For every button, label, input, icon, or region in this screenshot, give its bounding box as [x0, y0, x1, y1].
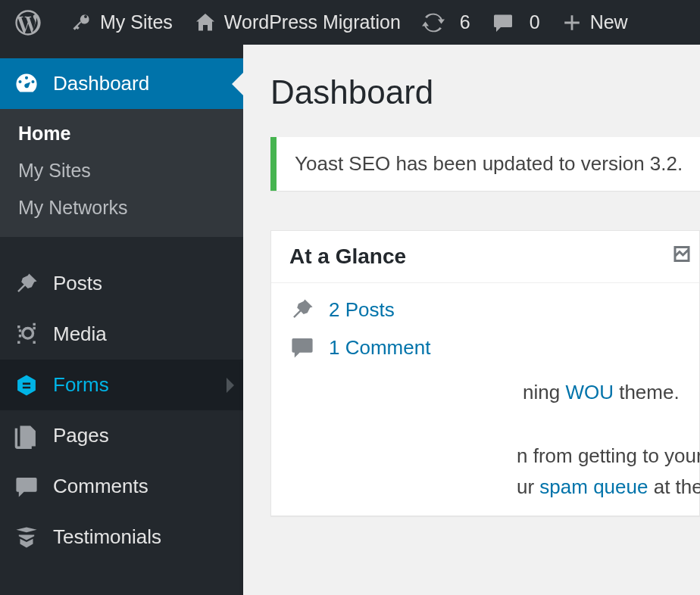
glance-posts-link[interactable]: 2 Posts: [329, 298, 395, 322]
pages-icon: [14, 423, 39, 449]
toolbar-new[interactable]: New: [551, 0, 639, 45]
sidebar-sub-my-networks[interactable]: My Networks: [0, 189, 243, 226]
media-icon: [14, 322, 39, 347]
sidebar-item-media[interactable]: Media: [0, 309, 243, 360]
admin-sidebar: Dashboard Home My Sites My Networks Post…: [0, 45, 243, 595]
update-notice: Yoast SEO has been updated to version 3.…: [270, 137, 700, 191]
dashboard-icon: [14, 71, 39, 97]
sidebar-item-label: Dashboard: [53, 72, 149, 95]
comments-icon: [14, 474, 39, 500]
panel-title: At a Glance: [289, 245, 406, 268]
sidebar-item-label: Posts: [53, 272, 102, 295]
sidebar-item-dashboard[interactable]: Dashboard: [0, 58, 243, 109]
forms-icon: [14, 372, 39, 398]
page-title: Dashboard: [270, 73, 700, 111]
comment-icon: [492, 11, 514, 34]
toolbar-new-label: New: [590, 11, 628, 33]
sidebar-item-label: Testimonials: [53, 525, 161, 549]
sidebar-sub-home[interactable]: Home: [0, 115, 243, 152]
text-fragment: n from getting to your bl: [517, 444, 700, 467]
sidebar-item-testimonials[interactable]: Testimonials: [0, 512, 243, 562]
wordpress-icon: [15, 10, 41, 36]
sidebar-sub-my-sites[interactable]: My Sites: [0, 152, 243, 189]
admin-toolbar: My Sites WordPress Migration 6 0 New: [0, 0, 700, 45]
theme-link[interactable]: WOU: [565, 381, 614, 403]
sidebar-item-forms[interactable]: Forms Forms New Form Entries Settings Im…: [0, 360, 243, 410]
toolbar-comments-count: 0: [530, 11, 540, 33]
spam-queue-link[interactable]: spam queue: [539, 475, 648, 498]
panel-heading[interactable]: At a Glance: [271, 231, 699, 283]
text-fragment: ur: [517, 475, 539, 498]
panel-toggle-icon: [670, 243, 693, 266]
toolbar-my-sites-label: My Sites: [100, 11, 173, 33]
at-a-glance-panel: At a Glance 2 Posts 1 Comment ning WOU t…: [270, 230, 700, 516]
glance-posts-row: 2 Posts: [289, 297, 681, 322]
admin-key-icon: [70, 11, 92, 34]
text-fragment: ning: [523, 381, 565, 403]
glance-comments-link[interactable]: 1 Comment: [329, 336, 430, 360]
panel-body: 2 Posts 1 Comment ning WOU theme. n from…: [271, 283, 699, 516]
text-fragment: theme.: [614, 381, 680, 403]
theme-line: ning WOU theme.: [523, 377, 681, 407]
sidebar-dashboard-submenu: Home My Sites My Networks: [0, 109, 243, 237]
glance-comments-row: 1 Comment: [289, 335, 681, 360]
toolbar-site-name-label: WordPress Migration: [224, 11, 401, 33]
spam-line: n from getting to your bl ur spam queue …: [517, 441, 681, 502]
notice-text: Yoast SEO has been updated to version 3.…: [295, 152, 683, 175]
sidebar-item-label: Pages: [53, 424, 109, 447]
toolbar-updates-count: 6: [460, 11, 470, 33]
toolbar-comments[interactable]: 0: [481, 0, 551, 45]
content-area: Dashboard Yoast SEO has been updated to …: [243, 45, 700, 595]
testimonials-icon: [14, 525, 39, 550]
sidebar-item-posts[interactable]: Posts: [0, 258, 243, 309]
text-fragment: at the m: [648, 475, 700, 498]
home-icon: [194, 11, 217, 34]
sidebar-item-label: Media: [53, 322, 107, 346]
comment-icon: [289, 335, 315, 360]
pin-icon: [289, 297, 315, 322]
toolbar-my-sites[interactable]: My Sites: [59, 0, 183, 45]
update-icon: [422, 11, 445, 34]
panel-toggle[interactable]: [670, 243, 693, 271]
plus-icon: [561, 12, 583, 33]
sidebar-item-label: Comments: [53, 475, 148, 498]
wp-logo-menu[interactable]: [5, 0, 59, 45]
toolbar-site-name[interactable]: WordPress Migration: [183, 0, 411, 45]
pin-icon: [14, 271, 39, 297]
sidebar-item-comments[interactable]: Comments: [0, 461, 243, 512]
sidebar-item-pages[interactable]: Pages: [0, 410, 243, 461]
toolbar-updates[interactable]: 6: [411, 0, 481, 45]
sidebar-item-label: Forms: [53, 373, 109, 397]
